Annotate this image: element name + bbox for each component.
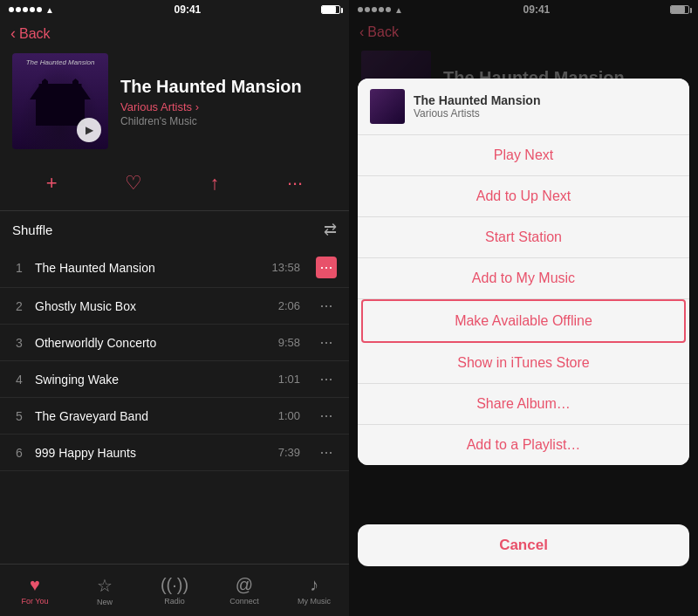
nav-item-radio[interactable]: ((·)) Radio	[140, 565, 209, 616]
context-menu-items: Play NextAdd to Up NextStart StationAdd …	[358, 135, 689, 465]
nav-label: Connect	[229, 597, 259, 606]
track-item[interactable]: 1 The Haunted Mansion 13:58 ···	[0, 248, 349, 288]
track-name: Ghostly Music Box	[35, 299, 270, 313]
love-button[interactable]: ♡	[116, 168, 151, 198]
signal-dot-1	[9, 7, 14, 12]
nav-icon: ♪	[310, 575, 318, 595]
wifi-icon: ▲	[45, 5, 54, 15]
nav-label: For You	[21, 597, 48, 606]
track-more-button[interactable]: ···	[316, 443, 337, 462]
track-name: The Graveyard Band	[35, 409, 270, 423]
nav-icon: ((·))	[161, 575, 188, 595]
nav-item-new[interactable]: ☆ New	[70, 565, 140, 616]
track-item[interactable]: 5 The Graveyard Band 1:00 ···	[0, 398, 349, 435]
shuffle-row[interactable]: Shuffle ⇄	[0, 210, 349, 248]
nav-icon: ☆	[97, 575, 113, 596]
track-more-button[interactable]: ···	[316, 407, 337, 425]
track-name: 999 Happy Haunts	[35, 446, 270, 460]
nav-item-connect[interactable]: @ Connect	[209, 565, 279, 616]
track-item[interactable]: 4 Swinging Wake 1:01 ···	[0, 361, 349, 398]
status-time-left: 09:41	[174, 3, 202, 16]
back-button-left[interactable]: ‹ Back	[0, 19, 349, 48]
status-bar-left: ▲ 09:41	[0, 0, 349, 19]
action-buttons: + ♡ ↑ ···	[0, 161, 349, 210]
album-artist[interactable]: Various Artists ›	[120, 100, 337, 113]
track-item[interactable]: 3 Otherworldly Concerto 9:58 ···	[0, 325, 349, 361]
play-button[interactable]: ▶	[77, 118, 101, 142]
track-item[interactable]: 2 Ghostly Music Box 2:06 ···	[0, 288, 349, 325]
track-more-button[interactable]: ···	[316, 297, 337, 315]
context-menu-item[interactable]: Make Available Offline	[361, 299, 686, 343]
nav-label: Radio	[164, 597, 185, 606]
context-album-title: The Haunted Mansion	[414, 93, 540, 107]
back-label-left: Back	[19, 26, 51, 42]
track-name: The Haunted Mansion	[35, 261, 263, 275]
track-duration: 7:39	[278, 446, 300, 459]
add-button[interactable]: +	[38, 168, 66, 198]
battery-fill	[322, 6, 336, 13]
context-menu-header: The Haunted Mansion Various Artists	[358, 79, 689, 135]
context-menu-item[interactable]: Show in iTunes Store	[358, 343, 689, 384]
left-panel: ▲ 09:41 ‹ Back The Haunted Mansion ▶ The…	[0, 0, 349, 616]
album-art-title: The Haunted Mansion	[12, 58, 108, 66]
album-info: The Haunted Mansion Various Artists › Ch…	[120, 76, 337, 127]
track-more-button[interactable]: ···	[316, 257, 337, 278]
status-left: ▲	[9, 5, 54, 15]
cancel-button[interactable]: Cancel	[358, 524, 689, 566]
status-right-left	[321, 5, 340, 14]
nav-icon: ♥	[30, 575, 40, 595]
shuffle-label: Shuffle	[12, 222, 52, 237]
signal-dots	[9, 7, 42, 12]
context-menu-item[interactable]: Play Next	[358, 135, 689, 176]
more-button[interactable]: ···	[278, 168, 311, 198]
album-title: The Haunted Mansion	[120, 76, 337, 97]
track-list: 1 The Haunted Mansion 13:58 ··· 2 Ghostl…	[0, 248, 349, 564]
signal-dot-4	[30, 7, 35, 12]
nav-item-my-music[interactable]: ♪ My Music	[279, 565, 349, 616]
signal-dot-2	[16, 7, 21, 12]
signal-dot-5	[37, 7, 42, 12]
share-button[interactable]: ↑	[201, 168, 228, 198]
track-more-button[interactable]: ···	[316, 333, 337, 352]
nav-label: My Music	[298, 597, 331, 606]
album-header-left: The Haunted Mansion ▶ The Haunted Mansio…	[0, 48, 349, 161]
track-number: 3	[12, 336, 26, 350]
album-genre: Children's Music	[120, 115, 337, 127]
context-menu-item[interactable]: Start Station	[358, 217, 689, 258]
track-duration: 9:58	[278, 336, 300, 349]
track-duration: 13:58	[271, 261, 300, 274]
context-album-info: The Haunted Mansion Various Artists	[414, 93, 540, 120]
bottom-nav-left: ♥ For You ☆ New ((·)) Radio @ Connect ♪ …	[0, 564, 349, 616]
track-name: Otherworldly Concerto	[35, 336, 270, 350]
track-number: 2	[12, 299, 26, 313]
nav-icon: @	[236, 575, 253, 595]
context-album-art	[370, 89, 405, 124]
track-number: 1	[12, 261, 26, 275]
right-panel: ▲ 09:41 ‹ Back The Haunted Mansion Vario…	[349, 0, 698, 616]
context-menu: The Haunted Mansion Various Artists Play…	[358, 79, 689, 465]
track-number: 5	[12, 409, 26, 423]
context-menu-item[interactable]: Add to Up Next	[358, 176, 689, 217]
album-art-large: The Haunted Mansion ▶	[12, 53, 108, 149]
track-item[interactable]: 6 999 Happy Haunts 7:39 ···	[0, 435, 349, 471]
context-menu-item[interactable]: Add to My Music	[358, 258, 689, 299]
track-more-button[interactable]: ···	[316, 370, 337, 388]
context-overlay: The Haunted Mansion Various Artists Play…	[349, 0, 698, 616]
mansion-silhouette	[30, 73, 91, 126]
shuffle-icon: ⇄	[324, 220, 337, 239]
track-duration: 1:00	[278, 409, 300, 422]
signal-dot-3	[23, 7, 28, 12]
track-duration: 1:01	[278, 373, 300, 386]
track-name: Swinging Wake	[35, 373, 270, 387]
battery-icon-left	[321, 5, 340, 14]
context-menu-item[interactable]: Share Album…	[358, 384, 689, 425]
context-menu-item[interactable]: Add to a Playlist…	[358, 425, 689, 465]
track-duration: 2:06	[278, 299, 300, 312]
track-number: 4	[12, 373, 26, 387]
track-number: 6	[12, 446, 26, 460]
context-album-artist: Various Artists	[414, 107, 540, 120]
nav-item-for-you[interactable]: ♥ For You	[0, 565, 70, 616]
back-chevron-icon: ‹	[10, 24, 16, 43]
nav-label: New	[97, 598, 113, 606]
